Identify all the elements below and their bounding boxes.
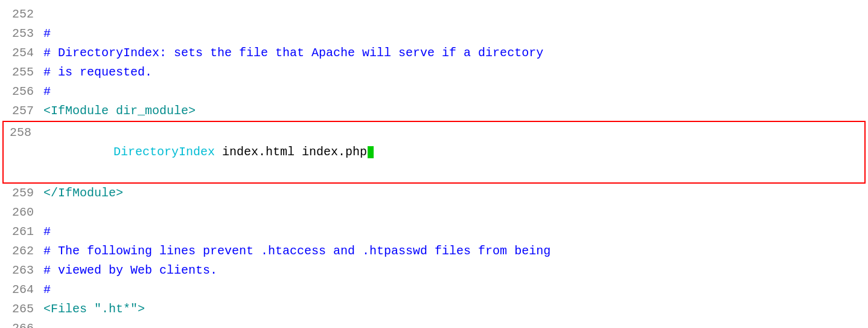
line-content: # [43, 24, 858, 43]
line-number: 258 [7, 123, 31, 143]
code-line-265: 265 <Files ".ht*"> [0, 300, 868, 319]
code-line-264: 264 # [0, 280, 868, 300]
line-number: 257 [10, 101, 34, 121]
line-content: <IfModule dir_module> [43, 101, 858, 121]
line-number: 252 [10, 5, 34, 24]
line-number: 261 [10, 222, 34, 242]
line-content: # The following lines prevent .htaccess … [43, 242, 858, 261]
indent [85, 145, 113, 159]
line-content: # [43, 222, 858, 242]
line-content: # [43, 82, 858, 101]
line-number: 253 [10, 24, 34, 43]
line-content: # [43, 280, 858, 300]
code-line-258-highlighted: 258 DirectoryIndex index.html index.php [2, 121, 866, 184]
code-line-257: 257 <IfModule dir_module> [0, 101, 868, 121]
line-number: 260 [10, 203, 34, 222]
line-content: DirectoryIndex index.html index.php [41, 123, 864, 181]
code-line-262: 262 # The following lines prevent .htacc… [0, 242, 868, 261]
line-content: # is requested. [43, 63, 858, 82]
line-number: 262 [10, 242, 34, 261]
line-number: 265 [10, 300, 34, 319]
line-number: 256 [10, 82, 34, 101]
line-content: # viewed by Web clients. [43, 261, 858, 280]
code-line-259: 259 </IfModule> [0, 184, 868, 203]
code-line-254: 254 # DirectoryIndex: sets the file that… [0, 43, 868, 63]
line-number: 264 [10, 280, 34, 300]
line-number: 266 [10, 319, 34, 328]
directive-keyword: DirectoryIndex [113, 145, 215, 159]
code-line-256: 256 # [0, 82, 868, 101]
line-content: # DirectoryIndex: sets the file that Apa… [43, 43, 858, 63]
code-line-252: 252 [0, 5, 868, 24]
line-content: <Files ".ht*"> [43, 300, 858, 319]
code-line-263: 263 # viewed by Web clients. [0, 261, 868, 280]
line-content: Require all denied [43, 319, 858, 328]
line-number: 259 [10, 184, 34, 203]
line-number: 254 [10, 43, 34, 63]
line-number: 255 [10, 63, 34, 82]
line-number: 263 [10, 261, 34, 280]
code-line-261: 261 # [0, 222, 868, 242]
line-content: </IfModule> [43, 184, 858, 203]
directive-value: index.html index.php [215, 145, 367, 159]
code-line-253: 253 # [0, 24, 868, 43]
code-line-260: 260 [0, 203, 868, 222]
text-cursor [368, 146, 374, 158]
code-line-255: 255 # is requested. [0, 63, 868, 82]
code-line-266: 266 Require all denied [0, 319, 868, 328]
code-editor: 252 253 # 254 # DirectoryIndex: sets the… [0, 0, 868, 328]
